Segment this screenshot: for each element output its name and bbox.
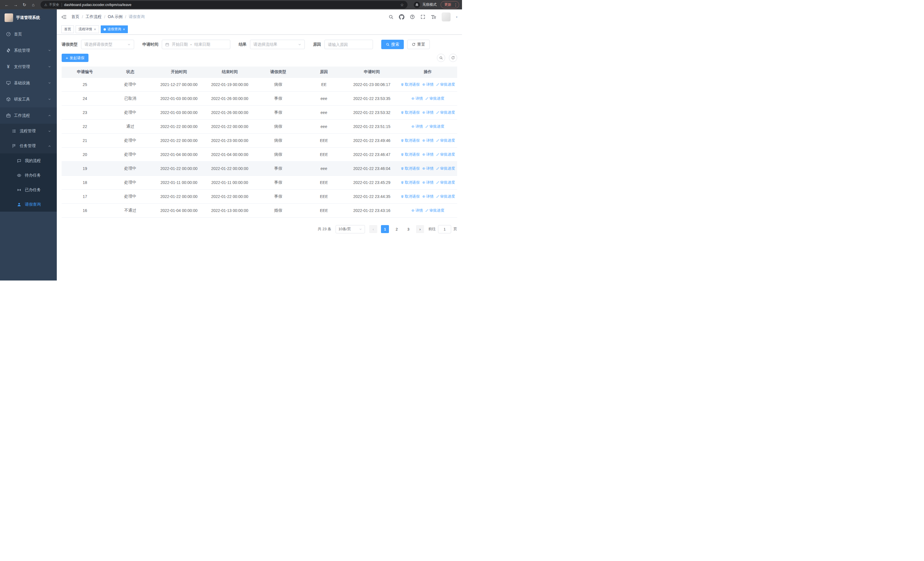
sidebar-item-task-management[interactable]: 任务管理 bbox=[0, 138, 57, 153]
cancel-leave-link[interactable]: 取消请假 bbox=[400, 110, 420, 115]
cell-apply_time: 2022-01-22 23:46:47 bbox=[345, 147, 398, 161]
sidebar-item-payment[interactable]: ¥ 支付管理 bbox=[0, 59, 57, 75]
breadcrumb-item[interactable]: 首页 bbox=[71, 14, 80, 20]
tab-process-detail[interactable]: 流程详情 × bbox=[76, 26, 99, 33]
cell-end_time: 2022-01-26 00:00:00 bbox=[206, 105, 254, 119]
cancel-leave-link[interactable]: 取消请假 bbox=[400, 180, 420, 185]
fullscreen-icon[interactable] bbox=[420, 14, 426, 20]
cell-apply_time: 2022-01-22 23:53:35 bbox=[345, 92, 398, 105]
approval-progress-link[interactable]: 审批进度 bbox=[436, 194, 455, 199]
approval-progress-link[interactable]: 审批进度 bbox=[436, 180, 455, 185]
security-warning[interactable]: ⚠ 不安全 bbox=[44, 2, 59, 7]
page-size-select[interactable]: 10条/页 bbox=[336, 225, 365, 233]
task-submenu: 我的流程 待办任务 已办任务 bbox=[0, 153, 57, 212]
search-icon[interactable] bbox=[388, 14, 393, 20]
browser-update-chip[interactable]: 更新 ⋮ bbox=[441, 1, 459, 8]
chevron-down-icon bbox=[48, 130, 51, 133]
create-leave-button[interactable]: + 发起请假 bbox=[62, 54, 88, 62]
cancel-leave-link[interactable]: 取消请假 bbox=[400, 152, 420, 157]
sidebar-item-workflow[interactable]: 工作流程 bbox=[0, 107, 57, 124]
page-button-3[interactable]: 3 bbox=[404, 225, 412, 233]
incognito-icon bbox=[414, 2, 420, 8]
result-select[interactable]: 请选择流结果 bbox=[250, 40, 305, 49]
detail-link[interactable]: 详情 bbox=[422, 82, 434, 87]
approval-progress-link[interactable]: 审批进度 bbox=[436, 152, 455, 157]
table-row: 25处理中2021-12-27 00:00:002022-01-19 00:00… bbox=[62, 77, 457, 92]
page-button-1[interactable]: 1 bbox=[381, 225, 389, 233]
breadcrumb-separator: / bbox=[104, 15, 105, 19]
approval-progress-link[interactable]: 审批进度 bbox=[425, 124, 444, 129]
next-page-button[interactable]: › bbox=[416, 225, 424, 233]
collapse-sidebar-icon[interactable] bbox=[62, 14, 67, 20]
sidebar-item-done-tasks[interactable]: 已办任务 bbox=[0, 182, 57, 197]
browser-menu-icon[interactable]: ⋮ bbox=[454, 3, 457, 7]
breadcrumb-item[interactable]: OA 示例 bbox=[108, 14, 122, 20]
leave-type-select[interactable]: 请选择请假类型 bbox=[81, 40, 134, 49]
browser-home-button[interactable]: ⌂ bbox=[29, 1, 37, 9]
sidebar-item-home[interactable]: 首页 bbox=[0, 26, 57, 42]
detail-link[interactable]: 详情 bbox=[422, 194, 434, 199]
incognito-indicator: 无痕模式 bbox=[414, 2, 436, 8]
list-icon bbox=[11, 129, 16, 133]
detail-link[interactable]: 详情 bbox=[422, 180, 434, 185]
breadcrumb-item[interactable]: 工作流程 bbox=[86, 14, 102, 20]
close-icon[interactable]: × bbox=[94, 27, 96, 31]
refresh-table-button[interactable] bbox=[449, 54, 457, 62]
browser-reload-button[interactable]: ↻ bbox=[21, 1, 28, 9]
cell-id: 24 bbox=[62, 92, 108, 105]
cancel-leave-link[interactable]: 取消请假 bbox=[400, 166, 420, 171]
goto-page-input[interactable] bbox=[438, 225, 451, 233]
search-button[interactable]: 搜索 bbox=[381, 40, 404, 49]
sidebar-item-infrastructure[interactable]: 基础设施 bbox=[0, 75, 57, 91]
cell-leave_type: 病假 bbox=[254, 77, 303, 92]
detail-link[interactable]: 详情 bbox=[422, 166, 434, 171]
cell-start_time: 2022-01-04 00:00:00 bbox=[152, 147, 206, 161]
cell-leave_type: 事假 bbox=[254, 175, 303, 190]
avatar[interactable] bbox=[442, 12, 451, 21]
chevron-down-icon bbox=[48, 65, 51, 68]
sidebar-item-leave-query[interactable]: 请假查询 bbox=[0, 197, 57, 212]
cell-id: 20 bbox=[62, 147, 108, 161]
sidebar-item-process-management[interactable]: 流程管理 bbox=[0, 124, 57, 138]
approval-progress-link[interactable]: 审批进度 bbox=[436, 166, 455, 171]
reset-button[interactable]: 重置 bbox=[407, 40, 430, 49]
detail-link[interactable]: 详情 bbox=[422, 138, 434, 143]
help-icon[interactable] bbox=[410, 14, 415, 20]
page-button-2[interactable]: 2 bbox=[393, 225, 400, 233]
approval-progress-link[interactable]: 审批进度 bbox=[425, 208, 444, 213]
reason-input[interactable] bbox=[328, 42, 369, 47]
approval-progress-link[interactable]: 审批进度 bbox=[436, 82, 455, 87]
toggle-search-button[interactable] bbox=[437, 54, 445, 62]
approval-progress-link[interactable]: 审批进度 bbox=[436, 138, 455, 143]
browser-back-button[interactable]: ← bbox=[3, 1, 10, 9]
address-bar[interactable]: ⚠ 不安全 dashboard.yudao.iocoder.cn/bpm/oa/… bbox=[40, 1, 408, 9]
github-icon[interactable] bbox=[399, 14, 404, 20]
cell-end_time: 2022-01-04 00:00:00 bbox=[206, 147, 254, 161]
tab-leave-query[interactable]: 请假查询 × bbox=[101, 26, 128, 33]
cancel-leave-link[interactable]: 取消请假 bbox=[400, 82, 420, 87]
apply-time-range-picker[interactable]: 开始日期 - 结束日期 bbox=[162, 40, 230, 49]
detail-link[interactable]: 详情 bbox=[422, 152, 434, 157]
chevron-down-icon[interactable]: ▾ bbox=[456, 15, 458, 18]
approval-progress-link[interactable]: 审批进度 bbox=[436, 110, 455, 115]
sidebar-item-my-process[interactable]: 我的流程 bbox=[0, 153, 57, 168]
close-icon[interactable]: × bbox=[123, 27, 125, 31]
tab-home[interactable]: 首页 bbox=[62, 26, 74, 33]
approval-progress-link[interactable]: 审批进度 bbox=[425, 96, 444, 101]
sidebar-item-devtools[interactable]: 研发工具 bbox=[0, 91, 57, 107]
detail-link[interactable]: 详情 bbox=[411, 124, 423, 129]
cancel-leave-link[interactable]: 取消请假 bbox=[400, 194, 420, 199]
cell-end_time: 2022-01-13 00:00:00 bbox=[206, 203, 254, 217]
leave-table: 申请编号 状态 开始时间 结束时间 请假类型 原因 申请时间 操作 25处理中2… bbox=[62, 66, 457, 218]
font-size-icon[interactable] bbox=[431, 14, 436, 20]
prev-page-button[interactable]: ‹ bbox=[369, 225, 377, 233]
sidebar-item-system[interactable]: 系统管理 bbox=[0, 42, 57, 59]
sidebar-item-todo-tasks[interactable]: 待办任务 bbox=[0, 168, 57, 182]
browser-forward-button[interactable]: → bbox=[12, 1, 20, 9]
cancel-leave-link[interactable]: 取消请假 bbox=[400, 138, 420, 143]
detail-link[interactable]: 详情 bbox=[411, 208, 423, 213]
bookmark-star-icon[interactable]: ☆ bbox=[400, 3, 404, 7]
detail-link[interactable]: 详情 bbox=[411, 96, 423, 101]
breadcrumb-separator: / bbox=[125, 15, 126, 19]
detail-link[interactable]: 详情 bbox=[422, 110, 434, 115]
